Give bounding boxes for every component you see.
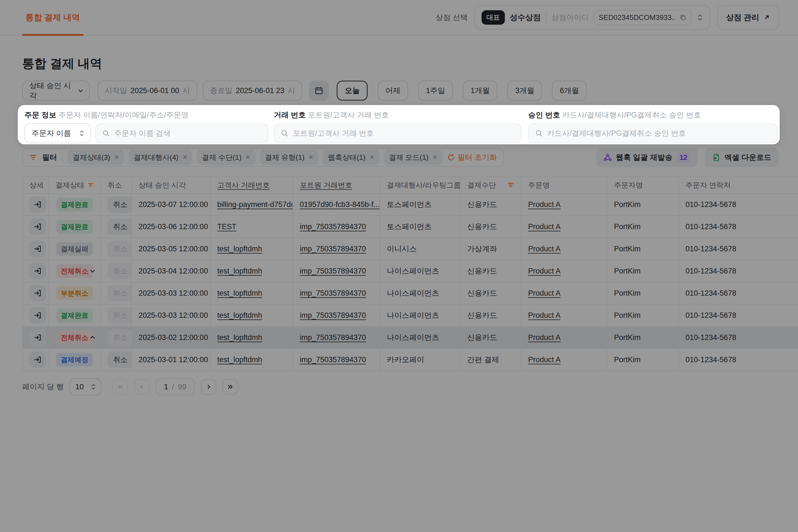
approval-search-input[interactable] — [547, 129, 770, 138]
dim-overlay — [0, 0, 798, 532]
order-search-input[interactable] — [114, 129, 261, 138]
search-group-order: 주문 정보 주문자 이름/연락처/이메일/주소/주문명 주문자 이름 — [24, 110, 268, 143]
order-search-field[interactable] — [95, 123, 268, 143]
order-field-value: 주문자 이름 — [32, 128, 71, 138]
search-group-tx-label: 거래 번호 포트원/고객사 거래 번호 — [274, 110, 521, 120]
app-root: 통합 결제 내역 상점 선택 대표 성수상점 상점아이디 SED02345DCO… — [0, 0, 798, 532]
chevron-updown-icon — [79, 130, 85, 137]
tx-search-input[interactable] — [293, 129, 514, 138]
search-icon — [102, 129, 110, 137]
search-group-approval-label: 승인 번호 카드사/결제대행사/PG결제취소 승인 번호 — [528, 110, 778, 120]
search-icon — [281, 129, 288, 137]
search-group-approval: 승인 번호 카드사/결제대행사/PG결제취소 승인 번호 — [528, 110, 778, 143]
search-icon — [535, 129, 543, 137]
search-group-tx: 거래 번호 포트원/고객사 거래 번호 — [274, 110, 521, 143]
order-field-select[interactable]: 주문자 이름 — [24, 123, 91, 143]
search-group-order-label: 주문 정보 주문자 이름/연락처/이메일/주소/주문명 — [24, 110, 268, 120]
approval-search-field[interactable] — [528, 123, 778, 143]
search-band: 주문 정보 주문자 이름/연락처/이메일/주소/주문명 주문자 이름 거래 번호… — [18, 105, 780, 144]
tx-search-field[interactable] — [274, 123, 521, 143]
